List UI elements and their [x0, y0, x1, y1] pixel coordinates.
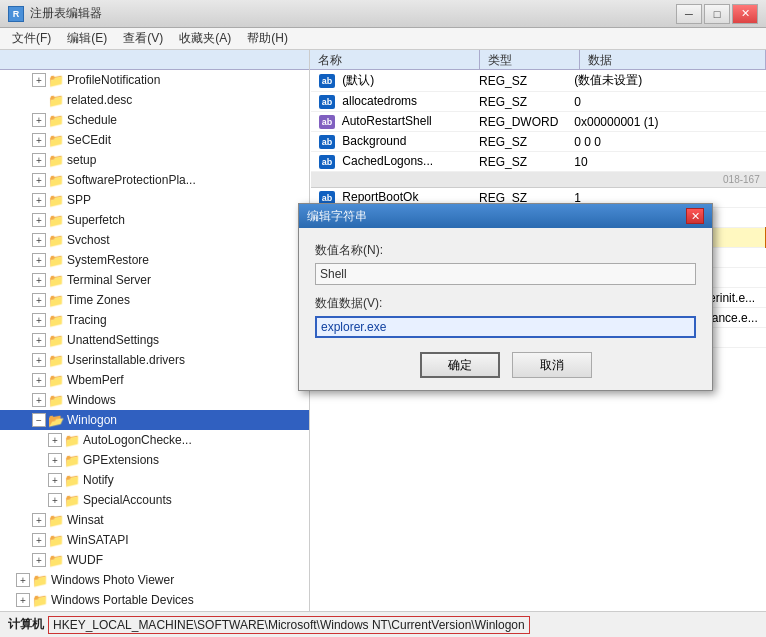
folder-icon: 📁 — [48, 193, 64, 208]
tree-item[interactable]: +📁Notify — [0, 470, 309, 490]
value-name: (默认) — [342, 73, 374, 87]
col-type: 类型 — [480, 50, 580, 69]
dialog-close-button[interactable]: ✕ — [686, 208, 704, 224]
tree-item-label: AutoLogonChecke... — [83, 433, 192, 447]
folder-icon: 📁 — [48, 553, 64, 568]
expand-icon[interactable]: + — [32, 373, 46, 387]
expand-icon[interactable]: + — [16, 593, 30, 607]
menu-bar: 文件(F) 编辑(E) 查看(V) 收藏夹(A) 帮助(H) — [0, 28, 766, 50]
expand-icon[interactable]: + — [32, 213, 46, 227]
expand-icon[interactable]: + — [32, 353, 46, 367]
tree-item[interactable]: +📁Terminal Server — [0, 270, 309, 290]
menu-favorites[interactable]: 收藏夹(A) — [171, 28, 239, 49]
dialog-ok-button[interactable]: 确定 — [420, 352, 500, 378]
folder-icon: 📁 — [48, 313, 64, 328]
value-name: ReportBootOk — [342, 190, 418, 204]
tree-item[interactable]: +📁SPP — [0, 190, 309, 210]
value-name: AutoRestartShell — [342, 114, 432, 128]
close-button[interactable]: ✕ — [732, 4, 758, 24]
tree-item-label: Windows Photo Viewer — [51, 573, 174, 587]
expand-icon[interactable]: + — [48, 493, 62, 507]
tree-item[interactable]: +📁WbemPerf — [0, 370, 309, 390]
menu-file[interactable]: 文件(F) — [4, 28, 59, 49]
table-row[interactable]: ab Background REG_SZ 0 0 0 — [311, 132, 766, 152]
tree-item[interactable]: +📁SpecialAccounts — [0, 490, 309, 510]
expand-icon[interactable]: + — [32, 333, 46, 347]
tree-item[interactable]: +📁SeCEdit — [0, 130, 309, 150]
ab-icon: ab — [319, 74, 335, 88]
expand-icon[interactable]: + — [32, 513, 46, 527]
expand-icon[interactable]: + — [48, 453, 62, 467]
expand-icon[interactable]: + — [32, 113, 46, 127]
tree-item[interactable]: +📁Windows — [0, 390, 309, 410]
tree-item[interactable]: +📁Windows Photo Viewer — [0, 570, 309, 590]
expand-icon[interactable]: + — [32, 173, 46, 187]
expand-icon[interactable]: + — [48, 473, 62, 487]
expand-icon[interactable]: + — [32, 393, 46, 407]
expand-icon[interactable]: + — [32, 133, 46, 147]
tree-item[interactable]: +📁Svchost — [0, 230, 309, 250]
menu-edit[interactable]: 编辑(E) — [59, 28, 115, 49]
menu-view[interactable]: 查看(V) — [115, 28, 171, 49]
tree-item[interactable]: +📁Winsat — [0, 510, 309, 530]
tree-item[interactable]: +📁Userinstallable.drivers — [0, 350, 309, 370]
expand-icon[interactable]: + — [16, 573, 30, 587]
expand-icon[interactable]: + — [32, 273, 46, 287]
tree-item[interactable]: +📁WinSATAPI — [0, 530, 309, 550]
expand-icon[interactable]: + — [32, 253, 46, 267]
cell-name: ab Background — [311, 132, 471, 152]
expand-icon[interactable]: + — [32, 313, 46, 327]
dialog-data-input[interactable] — [315, 316, 696, 338]
ab-icon: ab — [319, 135, 335, 149]
expand-icon[interactable]: + — [32, 73, 46, 87]
tree-item[interactable]: 📁related.desc — [0, 90, 309, 110]
table-row[interactable]: ab allocatedroms REG_SZ 0 — [311, 92, 766, 112]
title-bar: R 注册表编辑器 ─ □ ✕ — [0, 0, 766, 28]
tree-item[interactable]: +📁UnattendSettings — [0, 330, 309, 350]
cell-data: 10 — [566, 152, 765, 172]
table-row[interactable]: ab CachedLogons... REG_SZ 10 — [311, 152, 766, 172]
expand-icon[interactable]: + — [32, 233, 46, 247]
tree-item[interactable]: +📁Windows Portable Devices — [0, 590, 309, 610]
dialog-name-input[interactable] — [315, 263, 696, 285]
minimize-button[interactable]: ─ — [676, 4, 702, 24]
folder-icon: 📁 — [64, 453, 80, 468]
expand-icon[interactable]: + — [32, 153, 46, 167]
tree-scroll[interactable]: +📁ProfileNotification📁related.desc+📁Sche… — [0, 70, 309, 611]
tree-item[interactable]: +📁Schedule — [0, 110, 309, 130]
tree-item[interactable]: +📁ProfileNotification — [0, 70, 309, 90]
cell-name: ab allocatedroms — [311, 92, 471, 112]
maximize-button[interactable]: □ — [704, 4, 730, 24]
folder-icon: 📁 — [48, 73, 64, 88]
tree-item[interactable]: +📁setup — [0, 150, 309, 170]
expand-icon[interactable]: + — [48, 433, 62, 447]
expand-icon[interactable]: + — [32, 553, 46, 567]
window-controls: ─ □ ✕ — [676, 4, 758, 24]
tree-item[interactable]: +📁SystemRestore — [0, 250, 309, 270]
tree-item[interactable]: +📁Time Zones — [0, 290, 309, 310]
tree-item[interactable]: +📁AutoLogonChecke... — [0, 430, 309, 450]
tree-item[interactable]: +📁WUDF — [0, 550, 309, 570]
dialog-window: 编辑字符串 ✕ 数值名称(N): 数值数据(V): 确定 取消 — [298, 203, 713, 391]
table-row[interactable]: ab AutoRestartShell REG_DWORD 0x00000001… — [311, 112, 766, 132]
folder-icon: 📁 — [48, 93, 64, 108]
expand-icon[interactable]: + — [32, 193, 46, 207]
tree-item[interactable]: −📂Winlogon — [0, 410, 309, 430]
ab-icon: ab — [319, 95, 335, 109]
expand-icon[interactable]: + — [32, 293, 46, 307]
tree-item[interactable]: +📁Superfetch — [0, 210, 309, 230]
folder-icon: 📁 — [48, 513, 64, 528]
tree-item-label: Notify — [83, 473, 114, 487]
tree-item[interactable]: +📁SoftwareProtectionPla... — [0, 170, 309, 190]
dialog-cancel-button[interactable]: 取消 — [512, 352, 592, 378]
expand-icon[interactable]: + — [32, 533, 46, 547]
folder-icon: 📂 — [48, 413, 64, 428]
tree-item-label: Terminal Server — [67, 273, 151, 287]
tree-item[interactable]: +📁GPExtensions — [0, 450, 309, 470]
folder-icon: 📁 — [48, 213, 64, 228]
tree-item-label: GPExtensions — [83, 453, 159, 467]
tree-item[interactable]: +📁Tracing — [0, 310, 309, 330]
menu-help[interactable]: 帮助(H) — [239, 28, 296, 49]
expand-icon[interactable]: − — [32, 413, 46, 427]
table-row[interactable]: ab (默认) REG_SZ (数值未设置) — [311, 70, 766, 92]
